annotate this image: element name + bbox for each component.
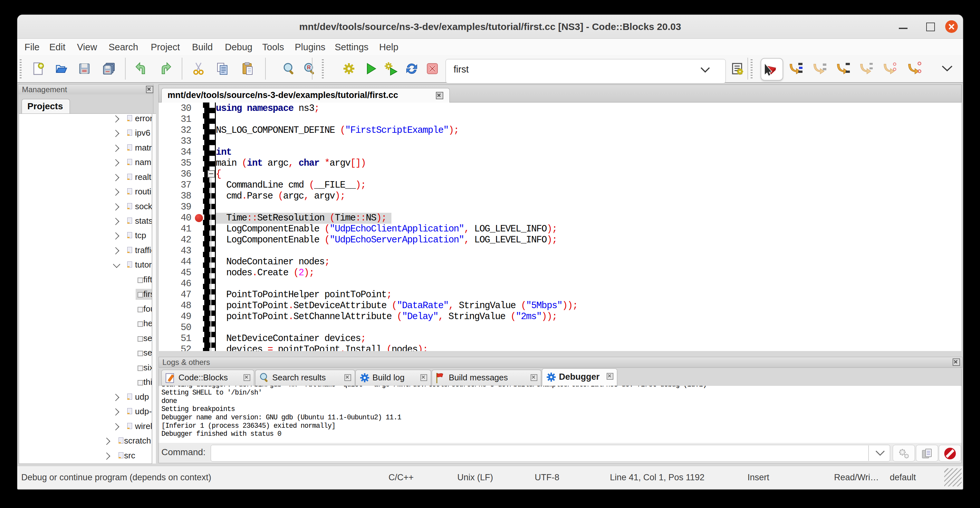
svg-text:R: R (307, 65, 311, 70)
